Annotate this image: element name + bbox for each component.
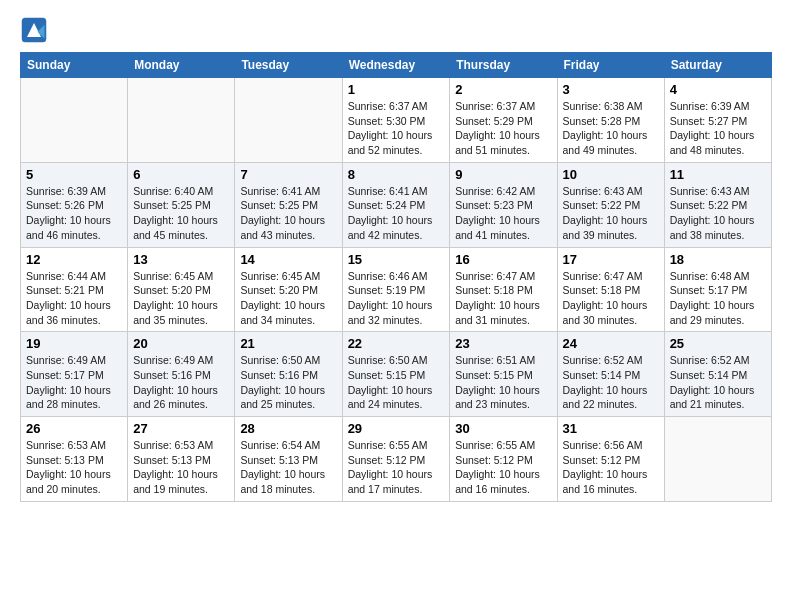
day-info: Sunrise: 6:55 AMSunset: 5:12 PMDaylight:… — [348, 438, 445, 497]
calendar-cell: 25Sunrise: 6:52 AMSunset: 5:14 PMDayligh… — [664, 332, 771, 417]
day-number: 30 — [455, 421, 551, 436]
day-number: 12 — [26, 252, 122, 267]
calendar-cell: 20Sunrise: 6:49 AMSunset: 5:16 PMDayligh… — [128, 332, 235, 417]
day-number: 3 — [563, 82, 659, 97]
column-header-sunday: Sunday — [21, 53, 128, 78]
day-info: Sunrise: 6:47 AMSunset: 5:18 PMDaylight:… — [455, 269, 551, 328]
calendar-cell: 21Sunrise: 6:50 AMSunset: 5:16 PMDayligh… — [235, 332, 342, 417]
day-info: Sunrise: 6:39 AMSunset: 5:27 PMDaylight:… — [670, 99, 766, 158]
calendar-cell: 23Sunrise: 6:51 AMSunset: 5:15 PMDayligh… — [450, 332, 557, 417]
week-row-3: 12Sunrise: 6:44 AMSunset: 5:21 PMDayligh… — [21, 247, 772, 332]
day-info: Sunrise: 6:56 AMSunset: 5:12 PMDaylight:… — [563, 438, 659, 497]
calendar-cell: 13Sunrise: 6:45 AMSunset: 5:20 PMDayligh… — [128, 247, 235, 332]
day-info: Sunrise: 6:44 AMSunset: 5:21 PMDaylight:… — [26, 269, 122, 328]
logo — [20, 16, 52, 44]
column-header-friday: Friday — [557, 53, 664, 78]
day-info: Sunrise: 6:55 AMSunset: 5:12 PMDaylight:… — [455, 438, 551, 497]
day-number: 8 — [348, 167, 445, 182]
calendar-cell: 19Sunrise: 6:49 AMSunset: 5:17 PMDayligh… — [21, 332, 128, 417]
day-info: Sunrise: 6:37 AMSunset: 5:30 PMDaylight:… — [348, 99, 445, 158]
week-row-2: 5Sunrise: 6:39 AMSunset: 5:26 PMDaylight… — [21, 162, 772, 247]
day-number: 15 — [348, 252, 445, 267]
column-header-wednesday: Wednesday — [342, 53, 450, 78]
calendar-cell: 14Sunrise: 6:45 AMSunset: 5:20 PMDayligh… — [235, 247, 342, 332]
day-number: 9 — [455, 167, 551, 182]
column-header-saturday: Saturday — [664, 53, 771, 78]
calendar-cell: 22Sunrise: 6:50 AMSunset: 5:15 PMDayligh… — [342, 332, 450, 417]
week-row-5: 26Sunrise: 6:53 AMSunset: 5:13 PMDayligh… — [21, 417, 772, 502]
day-info: Sunrise: 6:53 AMSunset: 5:13 PMDaylight:… — [26, 438, 122, 497]
day-info: Sunrise: 6:52 AMSunset: 5:14 PMDaylight:… — [670, 353, 766, 412]
day-number: 17 — [563, 252, 659, 267]
calendar-cell: 16Sunrise: 6:47 AMSunset: 5:18 PMDayligh… — [450, 247, 557, 332]
calendar-cell: 5Sunrise: 6:39 AMSunset: 5:26 PMDaylight… — [21, 162, 128, 247]
day-info: Sunrise: 6:37 AMSunset: 5:29 PMDaylight:… — [455, 99, 551, 158]
calendar-cell: 31Sunrise: 6:56 AMSunset: 5:12 PMDayligh… — [557, 417, 664, 502]
day-number: 10 — [563, 167, 659, 182]
day-number: 4 — [670, 82, 766, 97]
week-row-1: 1Sunrise: 6:37 AMSunset: 5:30 PMDaylight… — [21, 78, 772, 163]
day-number: 22 — [348, 336, 445, 351]
calendar-cell: 11Sunrise: 6:43 AMSunset: 5:22 PMDayligh… — [664, 162, 771, 247]
calendar-cell: 28Sunrise: 6:54 AMSunset: 5:13 PMDayligh… — [235, 417, 342, 502]
calendar-cell: 4Sunrise: 6:39 AMSunset: 5:27 PMDaylight… — [664, 78, 771, 163]
day-info: Sunrise: 6:45 AMSunset: 5:20 PMDaylight:… — [240, 269, 336, 328]
day-number: 13 — [133, 252, 229, 267]
day-number: 29 — [348, 421, 445, 436]
day-info: Sunrise: 6:50 AMSunset: 5:15 PMDaylight:… — [348, 353, 445, 412]
calendar-cell: 17Sunrise: 6:47 AMSunset: 5:18 PMDayligh… — [557, 247, 664, 332]
column-header-monday: Monday — [128, 53, 235, 78]
day-number: 27 — [133, 421, 229, 436]
day-number: 5 — [26, 167, 122, 182]
calendar-cell: 18Sunrise: 6:48 AMSunset: 5:17 PMDayligh… — [664, 247, 771, 332]
calendar-cell: 27Sunrise: 6:53 AMSunset: 5:13 PMDayligh… — [128, 417, 235, 502]
day-number: 21 — [240, 336, 336, 351]
calendar-cell — [21, 78, 128, 163]
week-row-4: 19Sunrise: 6:49 AMSunset: 5:17 PMDayligh… — [21, 332, 772, 417]
header-row: SundayMondayTuesdayWednesdayThursdayFrid… — [21, 53, 772, 78]
day-info: Sunrise: 6:54 AMSunset: 5:13 PMDaylight:… — [240, 438, 336, 497]
day-number: 28 — [240, 421, 336, 436]
day-number: 16 — [455, 252, 551, 267]
calendar-cell: 26Sunrise: 6:53 AMSunset: 5:13 PMDayligh… — [21, 417, 128, 502]
calendar-cell: 7Sunrise: 6:41 AMSunset: 5:25 PMDaylight… — [235, 162, 342, 247]
calendar-cell: 3Sunrise: 6:38 AMSunset: 5:28 PMDaylight… — [557, 78, 664, 163]
day-info: Sunrise: 6:46 AMSunset: 5:19 PMDaylight:… — [348, 269, 445, 328]
day-number: 14 — [240, 252, 336, 267]
day-info: Sunrise: 6:47 AMSunset: 5:18 PMDaylight:… — [563, 269, 659, 328]
day-info: Sunrise: 6:42 AMSunset: 5:23 PMDaylight:… — [455, 184, 551, 243]
day-info: Sunrise: 6:49 AMSunset: 5:17 PMDaylight:… — [26, 353, 122, 412]
day-number: 18 — [670, 252, 766, 267]
calendar-cell: 30Sunrise: 6:55 AMSunset: 5:12 PMDayligh… — [450, 417, 557, 502]
day-info: Sunrise: 6:52 AMSunset: 5:14 PMDaylight:… — [563, 353, 659, 412]
day-info: Sunrise: 6:43 AMSunset: 5:22 PMDaylight:… — [563, 184, 659, 243]
calendar: SundayMondayTuesdayWednesdayThursdayFrid… — [20, 52, 772, 502]
day-info: Sunrise: 6:45 AMSunset: 5:20 PMDaylight:… — [133, 269, 229, 328]
calendar-cell — [235, 78, 342, 163]
day-info: Sunrise: 6:50 AMSunset: 5:16 PMDaylight:… — [240, 353, 336, 412]
calendar-cell: 10Sunrise: 6:43 AMSunset: 5:22 PMDayligh… — [557, 162, 664, 247]
calendar-cell: 9Sunrise: 6:42 AMSunset: 5:23 PMDaylight… — [450, 162, 557, 247]
day-number: 19 — [26, 336, 122, 351]
day-number: 6 — [133, 167, 229, 182]
day-number: 11 — [670, 167, 766, 182]
day-info: Sunrise: 6:48 AMSunset: 5:17 PMDaylight:… — [670, 269, 766, 328]
day-info: Sunrise: 6:41 AMSunset: 5:24 PMDaylight:… — [348, 184, 445, 243]
day-info: Sunrise: 6:53 AMSunset: 5:13 PMDaylight:… — [133, 438, 229, 497]
day-number: 23 — [455, 336, 551, 351]
day-number: 20 — [133, 336, 229, 351]
day-number: 25 — [670, 336, 766, 351]
day-info: Sunrise: 6:51 AMSunset: 5:15 PMDaylight:… — [455, 353, 551, 412]
day-info: Sunrise: 6:43 AMSunset: 5:22 PMDaylight:… — [670, 184, 766, 243]
day-number: 1 — [348, 82, 445, 97]
day-info: Sunrise: 6:41 AMSunset: 5:25 PMDaylight:… — [240, 184, 336, 243]
calendar-cell — [128, 78, 235, 163]
calendar-cell — [664, 417, 771, 502]
day-info: Sunrise: 6:38 AMSunset: 5:28 PMDaylight:… — [563, 99, 659, 158]
calendar-cell: 1Sunrise: 6:37 AMSunset: 5:30 PMDaylight… — [342, 78, 450, 163]
calendar-cell: 8Sunrise: 6:41 AMSunset: 5:24 PMDaylight… — [342, 162, 450, 247]
calendar-cell: 29Sunrise: 6:55 AMSunset: 5:12 PMDayligh… — [342, 417, 450, 502]
column-header-thursday: Thursday — [450, 53, 557, 78]
day-info: Sunrise: 6:39 AMSunset: 5:26 PMDaylight:… — [26, 184, 122, 243]
day-number: 31 — [563, 421, 659, 436]
